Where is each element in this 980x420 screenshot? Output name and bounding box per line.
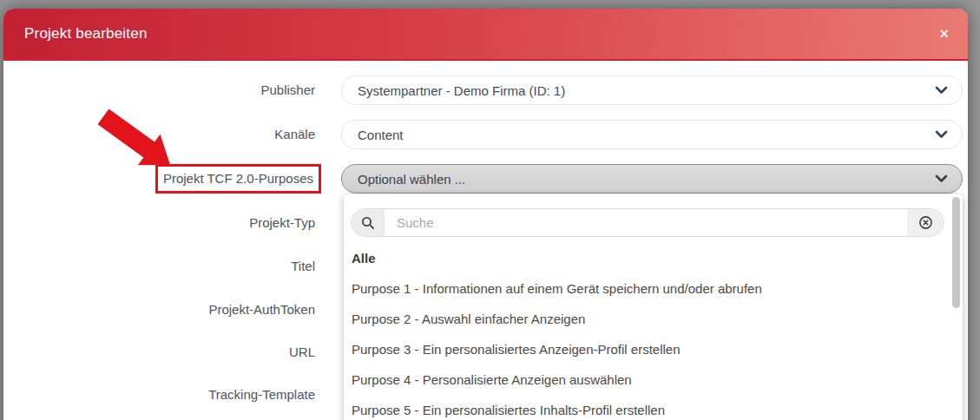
page-background: { "window": { "title": "Projekt bearbeit… [0, 0, 980, 420]
dropdown-option-purpose-1[interactable]: Purpose 1 - Informationen auf einem Gerä… [344, 273, 944, 304]
field-label-authtoken: Projekt-AuthToken [35, 295, 315, 325]
dropdown-option-purpose-2[interactable]: Purpose 2 - Auswahl einfacher Anzeigen [344, 304, 944, 334]
dropdown-option-purpose-4[interactable]: Purpose 4 - Personalisierte Anzeigen aus… [344, 364, 944, 395]
dropdown-scrollbar-track[interactable] [952, 197, 960, 420]
search-icon [352, 209, 385, 236]
dropdown-option-alle[interactable]: Alle [344, 243, 944, 273]
chevron-down-icon [935, 86, 948, 95]
publisher-select-value: Systempartner - Demo Firma (ID: 1) [358, 83, 565, 98]
dropdown-scrollbar-thumb[interactable] [952, 197, 960, 308]
search-input[interactable] [385, 209, 907, 236]
field-label-projekt-typ: Projekt-Typ [35, 208, 315, 238]
annotation-highlight-box: Projekt TCF 2.0-Purposes [155, 164, 321, 194]
field-label-tcf-purposes: Projekt TCF 2.0-Purposes [35, 164, 315, 194]
modal-header: Projekt bearbeiten × [3, 9, 968, 61]
field-label-tracking-template: Tracking-Template [35, 380, 315, 410]
chevron-down-icon [935, 130, 948, 139]
close-icon[interactable]: × [939, 9, 949, 59]
clear-search-icon[interactable] [907, 209, 944, 236]
chevron-down-icon [935, 174, 948, 183]
field-label-url: URL [35, 338, 315, 367]
dropdown-option-purpose-5[interactable]: Purpose 5 - Ein personalisiertes Inhalts… [344, 395, 944, 420]
edit-project-modal: Projekt bearbeiten × Publisher Kanäle Pr… [3, 9, 968, 420]
purposes-dropdown-panel: Alle Purpose 1 - Informationen auf einem… [344, 194, 963, 420]
dropdown-option-purpose-3[interactable]: Purpose 3 - Ein personalisiertes Anzeige… [344, 334, 944, 364]
dropdown-search-bar [351, 208, 944, 237]
tcf-purposes-select[interactable]: Optional wählen ... [341, 164, 963, 194]
field-label-publisher: Publisher [35, 75, 315, 105]
field-label-kanaele: Kanäle [35, 120, 315, 149]
modal-title: Projekt bearbeiten [24, 9, 148, 59]
kanaele-select-value: Content [358, 128, 404, 142]
tcf-purposes-select-value: Optional wählen ... [358, 172, 465, 187]
kanaele-select[interactable]: Content [341, 120, 963, 149]
field-label-titel: Titel [35, 252, 315, 281]
dropdown-options-list: Alle Purpose 1 - Informationen auf einem… [344, 243, 944, 420]
publisher-select[interactable]: Systempartner - Demo Firma (ID: 1) [341, 75, 963, 105]
